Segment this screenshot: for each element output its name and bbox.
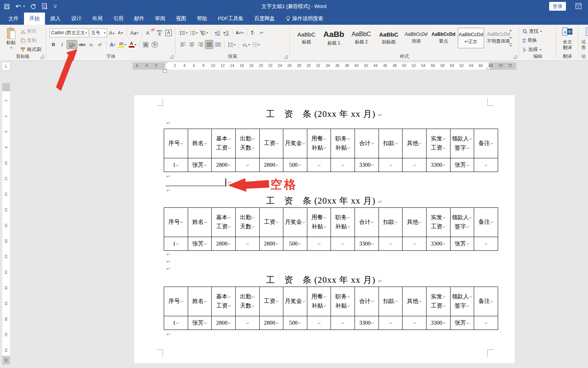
data-cell[interactable]: 2800↵ bbox=[259, 316, 283, 330]
data-cell[interactable]: 3300↵ bbox=[355, 316, 379, 330]
tab-view[interactable]: 视图 bbox=[171, 13, 192, 25]
data-cell[interactable]: ↵ bbox=[403, 158, 427, 172]
tab-tell-me[interactable]: 操作说明搜索 bbox=[280, 13, 329, 25]
style-card-强调[interactable]: AaBbCcDd强调 bbox=[403, 28, 429, 48]
data-cell[interactable]: 500↵ bbox=[283, 158, 307, 172]
phonetic-guide-button[interactable]: wén文 bbox=[156, 29, 163, 37]
header-cell[interactable]: 月奖金↵ bbox=[283, 208, 307, 237]
styles-gallery-expand-icon[interactable]: ▼ bbox=[509, 43, 512, 48]
data-cell[interactable]: 2800↵ bbox=[259, 158, 283, 172]
font-size-combobox[interactable]: 五号▾ bbox=[89, 29, 107, 37]
tab-review[interactable]: 审阅 bbox=[150, 13, 171, 25]
data-cell[interactable]: 2800↵ bbox=[259, 237, 283, 251]
styles-dialog-launcher[interactable] bbox=[513, 55, 517, 59]
style-card-标题 2[interactable]: AaBbC标题 2 bbox=[348, 28, 374, 48]
align-center-button[interactable] bbox=[188, 40, 195, 49]
data-cell[interactable]: 3300↵ bbox=[427, 316, 451, 330]
header-cell[interactable]: 姓名↵ bbox=[188, 129, 212, 158]
data-cell[interactable]: 张芳↵ bbox=[188, 158, 212, 172]
header-cell[interactable]: 其他↵ bbox=[403, 129, 427, 158]
header-cell[interactable]: 基本↵工资↵ bbox=[212, 129, 236, 158]
header-cell[interactable]: 扣款↵ bbox=[379, 208, 403, 237]
enclose-characters-button[interactable]: 字 bbox=[151, 40, 159, 49]
tab-home[interactable]: 开始 bbox=[24, 13, 45, 25]
header-cell[interactable]: 出勤↵天数↵ bbox=[235, 287, 259, 316]
font-dialog-launcher[interactable] bbox=[170, 55, 173, 59]
header-cell[interactable]: 扣款↵ bbox=[379, 287, 403, 316]
data-cell[interactable]: ↵ bbox=[379, 316, 403, 330]
header-cell[interactable]: 序号↵ bbox=[164, 287, 188, 316]
shrink-font-button[interactable]: A▼ bbox=[117, 29, 125, 37]
paste-dropdown-icon[interactable]: ▾ bbox=[10, 46, 12, 49]
sort-button[interactable]: AZ↓ bbox=[249, 29, 257, 37]
ribbon-display-options-icon[interactable] bbox=[575, 3, 582, 11]
align-right-button[interactable] bbox=[197, 40, 204, 49]
login-button[interactable]: 登录 bbox=[549, 2, 566, 11]
data-cell[interactable]: 3300↵ bbox=[427, 158, 451, 172]
data-cell[interactable]: ↵ bbox=[235, 316, 259, 330]
tab-selector-box[interactable]: L bbox=[2, 62, 10, 70]
header-cell[interactable]: 合计↵ bbox=[355, 208, 379, 237]
paste-button[interactable]: 粘贴 ▾ bbox=[3, 27, 19, 54]
save-icon[interactable] bbox=[4, 2, 10, 11]
header-cell[interactable]: 实发↵工资↵ bbox=[427, 129, 451, 158]
data-cell[interactable]: 500↵ bbox=[283, 316, 307, 330]
header-cell[interactable]: 领款人↵签字↵ bbox=[450, 287, 474, 316]
header-cell[interactable]: 出勤↵天数↵ bbox=[235, 129, 259, 158]
distribute-button[interactable] bbox=[214, 40, 222, 49]
select-button[interactable]: 选择▾ bbox=[522, 46, 542, 54]
tab-baidu-netdisk[interactable]: 百度网盘 bbox=[249, 13, 280, 25]
header-cell[interactable]: 工资↵ bbox=[259, 129, 283, 158]
numbering-button[interactable]: ▾ bbox=[189, 29, 198, 37]
tab-design[interactable]: 设计 bbox=[66, 13, 87, 25]
data-cell[interactable]: 张芳↵ bbox=[450, 237, 474, 251]
format-painter-button[interactable]: 格式刷 bbox=[21, 46, 42, 54]
style-card-↵正文[interactable]: AaBbCcDd↵正文 bbox=[458, 28, 484, 48]
tab-pdf-tools[interactable]: PDF工具集 bbox=[213, 13, 249, 25]
multilevel-list-button[interactable]: ▾ bbox=[200, 29, 209, 37]
header-cell[interactable]: 领款人↵签字↵ bbox=[450, 129, 474, 158]
tab-file[interactable]: 文件 bbox=[3, 13, 24, 25]
header-cell[interactable]: 备注↵ bbox=[474, 208, 498, 237]
header-cell[interactable]: 合计↵ bbox=[355, 129, 379, 158]
data-cell[interactable]: ↵ bbox=[307, 158, 331, 172]
horizontal-ruler[interactable]: 6422468101214161820222426283032343638404… bbox=[133, 62, 516, 70]
highlight-color-button[interactable]: ab▾ bbox=[118, 40, 127, 49]
header-cell[interactable]: 备注↵ bbox=[474, 129, 498, 158]
header-cell[interactable]: 用餐↵补贴↵ bbox=[307, 287, 331, 316]
data-cell[interactable]: ↵ bbox=[474, 316, 498, 330]
superscript-button[interactable]: x² bbox=[96, 40, 104, 49]
header-cell[interactable]: 实发↵工资↵ bbox=[427, 287, 451, 316]
styles-scroll-down-icon[interactable]: ▼ bbox=[509, 36, 512, 40]
copy-button[interactable]: 复制 bbox=[21, 37, 42, 45]
data-cell[interactable]: ↵ bbox=[307, 237, 331, 251]
header-cell[interactable]: 工资↵ bbox=[259, 208, 283, 237]
tab-mailings[interactable]: 邮件 bbox=[129, 13, 150, 25]
decrease-indent-button[interactable] bbox=[214, 29, 221, 37]
font-name-combobox[interactable]: Calibri (西文正文▾ bbox=[50, 29, 88, 37]
strikethrough-button[interactable]: abc bbox=[78, 40, 86, 49]
customize-qat-icon[interactable] bbox=[53, 2, 57, 11]
data-cell[interactable]: 3300↵ bbox=[355, 237, 379, 251]
header-cell[interactable]: 实发↵工资↵ bbox=[427, 208, 451, 237]
header-cell[interactable]: 职务↵补贴↵ bbox=[331, 129, 355, 158]
data-cell[interactable]: ↵ bbox=[307, 316, 331, 330]
italic-button[interactable]: I bbox=[58, 40, 66, 49]
header-cell[interactable]: 领款人↵签字↵ bbox=[450, 208, 474, 237]
increase-indent-button[interactable] bbox=[222, 29, 230, 37]
data-cell[interactable]: 1↵ bbox=[164, 316, 188, 330]
tab-insert[interactable]: 插入 bbox=[45, 13, 66, 25]
borders-button[interactable]: ▾ bbox=[252, 40, 260, 49]
tab-layout[interactable]: 布局 bbox=[87, 13, 108, 25]
align-left-button[interactable] bbox=[179, 40, 187, 49]
tab-references[interactable]: 引用 bbox=[108, 13, 129, 25]
data-cell[interactable]: 2800↵ bbox=[212, 316, 236, 330]
header-cell[interactable]: 用餐↵补贴↵ bbox=[307, 129, 331, 158]
paper-check-icon[interactable] bbox=[585, 27, 588, 38]
clipboard-dialog-launcher[interactable] bbox=[40, 55, 44, 59]
style-card-不明显强调[interactable]: AaBbCcDd不明显强调 bbox=[485, 28, 511, 48]
data-cell[interactable]: 1↵ bbox=[164, 158, 188, 172]
styles-scroll-up-icon[interactable]: ▲ bbox=[509, 29, 512, 32]
data-cell[interactable]: ↵ bbox=[379, 158, 403, 172]
character-shading-button[interactable]: A bbox=[142, 40, 150, 49]
